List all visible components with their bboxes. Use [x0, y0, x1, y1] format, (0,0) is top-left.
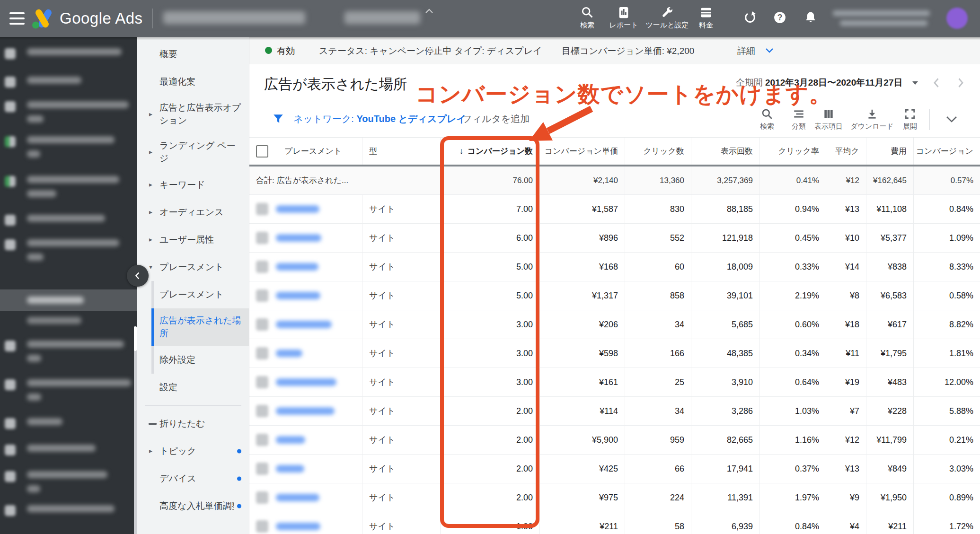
- details-button[interactable]: 詳細: [737, 45, 755, 57]
- campaign-item-redacted[interactable]: [0, 173, 137, 207]
- table-row: サイト3.00¥161253,9100.64%¥19¥48312.00%: [249, 368, 980, 397]
- network-filter-chip[interactable]: ネットワーク: YouTube とディスプレイ: [293, 113, 466, 125]
- row-checkbox-redacted[interactable]: [256, 491, 268, 504]
- campaign-item-redacted[interactable]: [0, 74, 137, 93]
- hamburger-menu-icon[interactable]: [9, 12, 25, 25]
- row-checkbox-redacted[interactable]: [256, 347, 268, 359]
- nav-item-placements-sub[interactable]: プレースメント: [151, 281, 249, 308]
- campaign-item-redacted[interactable]: [0, 133, 137, 167]
- nav-item-optimization[interactable]: 最適化案: [137, 68, 249, 96]
- date-dropdown-caret-icon[interactable]: [912, 80, 918, 85]
- campaign-item-redacted[interactable]: [0, 98, 137, 132]
- filter-funnel-icon[interactable]: [272, 113, 284, 125]
- topbar-billing-button[interactable]: 料金: [683, 6, 729, 29]
- campaign-item-redacted[interactable]: [0, 502, 137, 521]
- add-filter-button[interactable]: フィルタを追加: [462, 113, 530, 125]
- nav-item-keywords[interactable]: ▸キーワード: [137, 171, 249, 199]
- placement-link-redacted[interactable]: [276, 292, 320, 299]
- user-avatar[interactable]: [946, 8, 968, 29]
- date-range-period[interactable]: 全期間: [736, 77, 763, 89]
- row-checkbox-redacted[interactable]: [256, 463, 268, 475]
- campaign-item-redacted[interactable]: [0, 415, 137, 434]
- campaign-item-redacted[interactable]: [0, 442, 137, 461]
- columns-button[interactable]: 表示項目: [809, 108, 848, 131]
- download-button[interactable]: ダウンロード: [852, 108, 892, 131]
- nav-item-advanced-bid-adjustments[interactable]: 高度な入札単価調整: [137, 492, 249, 520]
- row-checkbox-redacted[interactable]: [256, 376, 268, 388]
- campaign-item-redacted[interactable]: [0, 236, 137, 271]
- placement-link-redacted[interactable]: [276, 378, 336, 386]
- row-checkbox-redacted[interactable]: [256, 434, 268, 446]
- sidebar-collapse-button[interactable]: [127, 265, 149, 287]
- column-header-6[interactable]: クリック率: [759, 138, 826, 165]
- expand-button[interactable]: 展開: [890, 108, 930, 131]
- campaign-item-redacted[interactable]: [0, 45, 137, 64]
- row-checkbox-redacted[interactable]: [256, 261, 268, 273]
- nav-item-collapse-nav[interactable]: 折りたたむ: [137, 410, 249, 438]
- cell-placement: [249, 310, 362, 339]
- row-checkbox-redacted[interactable]: [256, 232, 268, 244]
- select-all-checkbox[interactable]: [256, 145, 268, 158]
- nav-item-placements[interactable]: ▾プレースメント: [137, 254, 249, 281]
- row-checkbox-redacted[interactable]: [256, 289, 268, 302]
- column-header-3[interactable]: コンバージョン単価: [539, 138, 625, 165]
- placement-link-redacted[interactable]: [276, 523, 320, 530]
- table-header-row: プレースメント型↓コンバージョン数コンバージョン単価クリック数表示回数クリック率…: [249, 137, 980, 166]
- nav-item-demographics[interactable]: ▸ユーザー属性: [137, 226, 249, 254]
- nav-item-exclusions[interactable]: 除外設定: [151, 346, 249, 374]
- placement-link-redacted[interactable]: [276, 465, 304, 473]
- adgroup-selector-redacted[interactable]: [344, 11, 420, 24]
- campaign-item-redacted[interactable]: [0, 376, 137, 411]
- nav-item-devices[interactable]: デバイス: [137, 465, 249, 492]
- row-checkbox-redacted[interactable]: [256, 203, 268, 215]
- column-header-7[interactable]: 平均ク: [826, 138, 866, 165]
- column-header-1[interactable]: 型: [362, 138, 440, 165]
- column-header-9[interactable]: コンバージョン: [913, 138, 980, 165]
- nav-item-landing-pages[interactable]: ▸ランディング ページ: [137, 133, 249, 171]
- campaign-item-redacted[interactable]: [0, 338, 137, 372]
- placement-link-redacted[interactable]: [276, 234, 321, 242]
- campaign-item-redacted[interactable]: [0, 212, 137, 231]
- prev-date-button[interactable]: [930, 76, 943, 90]
- nav-item-topics[interactable]: ▸トピック: [137, 438, 249, 465]
- column-header-4[interactable]: クリック数: [625, 138, 691, 165]
- nav-item-ads-extensions[interactable]: ▸広告と広告表示オプション: [137, 96, 249, 133]
- column-header-8[interactable]: 費用: [866, 138, 913, 165]
- nav-item-audiences[interactable]: ▸オーディエンス: [137, 199, 249, 226]
- placement-link-redacted[interactable]: [276, 321, 332, 328]
- placement-link-redacted[interactable]: [276, 407, 335, 415]
- help-icon[interactable]: ?: [773, 10, 787, 25]
- nav-item-overview[interactable]: 概要: [137, 41, 249, 68]
- placement-link-redacted[interactable]: [276, 494, 319, 501]
- placement-link-redacted[interactable]: [276, 205, 319, 213]
- nav-item-where-ads-shown[interactable]: 広告が表示された場所: [151, 308, 249, 346]
- next-date-button[interactable]: [954, 76, 967, 90]
- cell-ctr: 0.64%: [759, 368, 826, 396]
- placement-link-redacted[interactable]: [276, 263, 318, 271]
- placement-link-redacted[interactable]: [276, 436, 305, 444]
- column-header-0[interactable]: プレースメント: [249, 138, 362, 165]
- date-range-picker[interactable]: 2012年3月28日〜2020年11月27日: [765, 77, 902, 89]
- collapse-table-chevron-icon[interactable]: [945, 115, 958, 123]
- chevron-collapsed-icon: ▸: [149, 180, 152, 190]
- row-checkbox-redacted[interactable]: [256, 405, 268, 417]
- row-checkbox-redacted[interactable]: [256, 520, 268, 533]
- tools-icon: [661, 6, 674, 19]
- placement-link-redacted[interactable]: [276, 350, 302, 357]
- chevron-down-icon[interactable]: [765, 47, 774, 54]
- column-header-5[interactable]: 表示回数: [691, 138, 759, 165]
- cell-conversions: 3.00: [440, 339, 539, 368]
- notifications-bell-icon[interactable]: [803, 10, 818, 25]
- redacted-text: [27, 150, 40, 158]
- campaign-item-selected-redacted[interactable]: [0, 289, 137, 311]
- topbar-reports-button[interactable]: レポート: [601, 6, 646, 29]
- chevron-up-icon[interactable]: [424, 8, 434, 14]
- table-row: サイト2.00¥4256617,9410.37%¥13¥8493.03%: [249, 455, 980, 483]
- refresh-icon[interactable]: [743, 10, 757, 25]
- campaign-selector-redacted[interactable]: [163, 11, 305, 24]
- column-header-2[interactable]: ↓コンバージョン数: [440, 138, 539, 165]
- cell-avg_cpc: ¥13: [826, 455, 866, 483]
- campaign-item-redacted[interactable]: [0, 468, 137, 502]
- row-checkbox-redacted[interactable]: [256, 318, 268, 331]
- nav-item-settings[interactable]: 設定: [137, 374, 249, 401]
